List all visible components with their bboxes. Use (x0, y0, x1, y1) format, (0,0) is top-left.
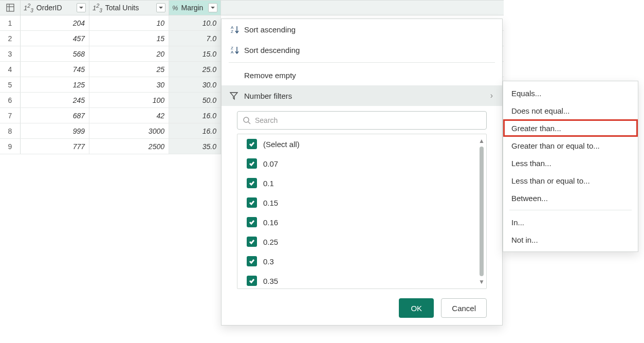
filter-value-item[interactable]: 0.15 (237, 193, 477, 212)
cell-total-units[interactable]: 25 (89, 62, 169, 77)
cell-total-units[interactable]: 30 (89, 77, 169, 92)
filter-value-label: 0.16 (263, 218, 278, 227)
checkbox-icon[interactable] (247, 139, 257, 149)
sort-descending-item[interactable]: ZA Sort descending (222, 40, 502, 60)
checkbox-icon[interactable] (247, 158, 257, 169)
remove-empty-item[interactable]: Remove empty (222, 65, 502, 85)
filter-less-than[interactable]: Less than... (503, 154, 638, 172)
filter-value-item[interactable]: 0.1 (237, 173, 477, 193)
cell-orderid[interactable]: 999 (21, 123, 89, 138)
filter-value-label: 0.07 (263, 159, 278, 168)
cell-orderid[interactable]: 745 (21, 62, 89, 77)
button-row: OK Cancel (222, 289, 502, 318)
filter-does-not-equal[interactable]: Does not equal... (503, 102, 638, 119)
cell-orderid[interactable]: 204 (21, 15, 89, 30)
checkbox-icon[interactable] (247, 197, 257, 208)
row-number: 2 (0, 31, 21, 46)
cell-total-units[interactable]: 3000 (89, 123, 169, 138)
cell-margin[interactable]: 30.0 (169, 77, 221, 92)
scroll-thumb[interactable] (480, 147, 484, 276)
scrollbar[interactable]: ▲ ▼ (478, 137, 485, 285)
column-header-total-units[interactable]: 123 Total Units (89, 1, 169, 15)
filter-between[interactable]: Between... (503, 189, 638, 207)
sort-ascending-item[interactable]: AZ Sort ascending (222, 19, 502, 40)
row-number: 5 (0, 77, 21, 92)
number-filters-item[interactable]: Number filters › (222, 85, 502, 106)
column-label: Total Units (105, 4, 156, 12)
cell-total-units[interactable]: 10 (89, 15, 169, 30)
filter-in[interactable]: In... (503, 213, 638, 231)
number-type-icon: 123 (93, 3, 102, 13)
svg-line-10 (248, 122, 250, 124)
cell-margin[interactable]: 7.0 (169, 31, 221, 46)
cell-margin[interactable]: 16.0 (169, 108, 221, 123)
cell-margin[interactable]: 15.0 (169, 46, 221, 61)
row-number: 6 (0, 93, 21, 107)
menu-label: Number filters (244, 92, 490, 100)
column-header-orderid[interactable]: 123 OrderID (21, 1, 89, 15)
filter-greater-or-equal[interactable]: Greater than or equal to... (503, 137, 638, 154)
chevron-right-icon: › (490, 91, 493, 100)
checkbox-icon[interactable] (247, 237, 257, 247)
menu-label: Remove empty (244, 71, 493, 80)
filter-value-item[interactable]: 0.16 (237, 212, 477, 232)
svg-rect-0 (7, 4, 14, 11)
row-number: 4 (0, 62, 21, 77)
cancel-button[interactable]: Cancel (441, 298, 487, 318)
filter-equals[interactable]: Equals... (503, 84, 638, 102)
checkbox-icon[interactable] (247, 276, 257, 286)
column-header-margin[interactable]: % Margin (169, 1, 221, 15)
checkbox-icon[interactable] (247, 178, 257, 188)
filter-value-label: 0.25 (263, 238, 278, 246)
checkbox-icon[interactable] (247, 256, 257, 266)
sort-ascending-icon: AZ (231, 25, 244, 34)
search-placeholder: Search (255, 116, 278, 124)
filter-value-item[interactable]: (Select all) (237, 134, 477, 154)
scroll-down-arrow[interactable]: ▼ (479, 278, 485, 285)
filter-value-item[interactable]: 0.3 (237, 251, 477, 271)
scroll-up-arrow[interactable]: ▲ (479, 137, 485, 145)
cell-orderid[interactable]: 687 (21, 108, 89, 123)
cell-total-units[interactable]: 42 (89, 108, 169, 123)
menu-label: Sort descending (244, 46, 493, 55)
filter-less-or-equal[interactable]: Less than or equal to... (503, 172, 638, 189)
filter-not-in[interactable]: Not in... (503, 231, 638, 248)
cell-total-units[interactable]: 2500 (89, 139, 169, 154)
search-input[interactable]: Search (237, 111, 487, 130)
cell-total-units[interactable]: 100 (89, 93, 169, 107)
ok-button[interactable]: OK (399, 298, 434, 318)
cell-margin[interactable]: 10.0 (169, 15, 221, 30)
filter-value-label: 0.1 (263, 179, 274, 188)
column-label: OrderID (36, 4, 77, 12)
column-dropdown-button[interactable] (77, 3, 86, 12)
filter-dropdown-panel: AZ Sort ascending ZA Sort descending Rem… (221, 19, 503, 326)
filter-greater-than[interactable]: Greater than... (503, 119, 638, 137)
filter-value-item[interactable]: 0.25 (237, 232, 477, 251)
number-type-icon: 123 (24, 3, 33, 13)
grid-header-row: 123 OrderID 123 Total Units % Margin (0, 0, 504, 15)
cell-orderid[interactable]: 125 (21, 77, 89, 92)
cell-total-units[interactable]: 20 (89, 46, 169, 61)
cell-total-units[interactable]: 15 (89, 31, 169, 46)
column-dropdown-button[interactable] (156, 3, 165, 12)
filter-value-item[interactable]: 0.07 (237, 154, 477, 173)
filter-values-list: (Select all)0.070.10.150.160.250.30.35 ▲… (237, 134, 487, 289)
cell-orderid[interactable]: 777 (21, 139, 89, 154)
cell-orderid[interactable]: 245 (21, 93, 89, 107)
number-filters-submenu: Equals... Does not equal... Greater than… (503, 81, 638, 252)
cell-orderid[interactable]: 457 (21, 31, 89, 46)
cell-margin[interactable]: 16.0 (169, 123, 221, 138)
cell-orderid[interactable]: 568 (21, 46, 89, 61)
row-number: 9 (0, 139, 21, 154)
column-dropdown-button[interactable] (208, 3, 217, 12)
cell-margin[interactable]: 50.0 (169, 93, 221, 107)
cell-margin[interactable]: 25.0 (169, 62, 221, 77)
cell-margin[interactable]: 35.0 (169, 139, 221, 154)
checkbox-icon[interactable] (247, 217, 257, 227)
percent-type-icon: % (172, 4, 178, 12)
filter-value-item[interactable]: 0.35 (237, 271, 477, 288)
menu-label: Sort ascending (244, 25, 493, 34)
filter-value-label: (Select all) (263, 140, 300, 149)
filter-value-label: 0.15 (263, 198, 278, 207)
svg-point-9 (244, 117, 249, 122)
